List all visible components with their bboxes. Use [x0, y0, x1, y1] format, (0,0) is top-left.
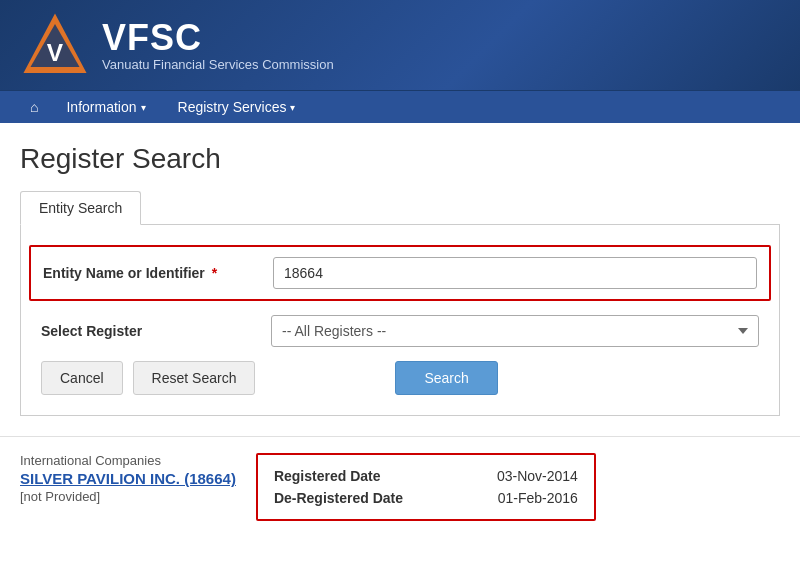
tab-entity-search[interactable]: Entity Search	[20, 191, 141, 225]
result-name[interactable]: SILVER PAVILION INC. (18664)	[20, 470, 236, 487]
entity-name-label: Entity Name or Identifier *	[43, 265, 273, 281]
nav-information-chevron: ▾	[141, 102, 146, 113]
nav-home-icon[interactable]: ⌂	[20, 91, 48, 123]
result-category: International Companies	[20, 453, 236, 468]
page-title: Register Search	[20, 143, 780, 175]
nav-registry-label: Registry Services	[178, 99, 287, 115]
required-star: *	[208, 265, 217, 281]
reset-search-button[interactable]: Reset Search	[133, 361, 256, 395]
main-content: Register Search Entity Search Entity Nam…	[0, 123, 800, 436]
logo: V VFSC Vanuatu Financial Services Commis…	[20, 10, 334, 80]
registered-date-row: Registered Date 03-Nov-2014	[274, 465, 578, 487]
select-register-label: Select Register	[41, 323, 271, 339]
search-form: Entity Name or Identifier * Select Regis…	[20, 225, 780, 416]
deregistered-date-label: De-Registered Date	[274, 490, 403, 506]
tab-entity-search-label: Entity Search	[39, 200, 122, 216]
deregistered-date-value: 01-Feb-2016	[498, 490, 578, 506]
search-button[interactable]: Search	[395, 361, 497, 395]
nav-registry-chevron: ▾	[290, 102, 295, 113]
nav-item-registry-services[interactable]: Registry Services ▾	[164, 91, 310, 123]
registered-date-label: Registered Date	[274, 468, 381, 484]
nav-item-information[interactable]: Information ▾	[52, 91, 159, 123]
org-acronym: VFSC	[102, 18, 334, 58]
nav-information-label: Information	[66, 99, 136, 115]
logo-icon: V	[20, 10, 90, 80]
result-dates-box: Registered Date 03-Nov-2014 De-Registere…	[256, 453, 596, 521]
site-header: V VFSC Vanuatu Financial Services Commis…	[0, 0, 800, 90]
tab-bar: Entity Search	[20, 191, 780, 225]
nav-bar: ⌂ Information ▾ Registry Services ▾	[0, 90, 800, 123]
result-detail: International Companies SILVER PAVILION …	[20, 453, 780, 521]
header-text: VFSC Vanuatu Financial Services Commissi…	[102, 18, 334, 73]
results-section: International Companies SILVER PAVILION …	[0, 437, 800, 531]
svg-text:V: V	[47, 39, 64, 66]
entity-name-input[interactable]	[273, 257, 757, 289]
deregistered-date-row: De-Registered Date 01-Feb-2016	[274, 487, 578, 509]
org-name: Vanuatu Financial Services Commission	[102, 57, 334, 72]
entity-name-row: Entity Name or Identifier *	[29, 245, 771, 301]
button-row: Cancel Reset Search Search	[41, 361, 759, 395]
register-select[interactable]: -- All Registers --	[271, 315, 759, 347]
select-register-row: Select Register -- All Registers --	[41, 315, 759, 347]
result-note: [not Provided]	[20, 489, 236, 504]
cancel-button[interactable]: Cancel	[41, 361, 123, 395]
registered-date-value: 03-Nov-2014	[497, 468, 578, 484]
result-info: International Companies SILVER PAVILION …	[20, 453, 236, 504]
